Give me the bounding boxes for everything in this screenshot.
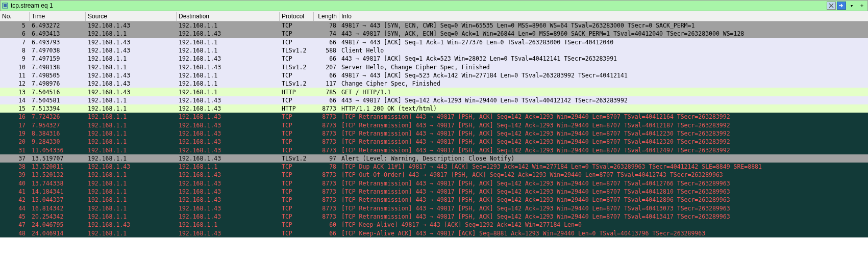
filter-apply-button[interactable] [837,2,846,10]
cell-protocol: TLSv1.2 [280,80,314,87]
cell-protocol: TCP [280,180,314,187]
packet-row[interactable]: 4824.046914192.168.1.1192.168.1.43TCP66[… [0,229,868,237]
packet-row[interactable]: 137.504516192.168.1.43192.168.1.1HTTP785… [0,88,868,96]
cell-length: 8773 [314,130,339,137]
cell-source: 192.168.1.1 [86,180,177,187]
packet-row[interactable]: 4724.046795192.168.1.43192.168.1.1TCP60[… [0,221,868,229]
cell-length: 117 [314,80,339,87]
cell-source: 192.168.1.1 [86,147,177,154]
cell-destination: 192.168.1.1 [177,89,280,96]
cell-destination: 192.168.1.43 [177,30,280,37]
cell-time: 20.254342 [30,213,86,220]
cell-destination: 192.168.1.43 [177,97,280,104]
cell-info: Server Hello, Change Cipher Spec, Finish… [339,64,868,71]
filter-bookmark-icon[interactable] [2,2,9,9]
cell-protocol: HTTP [280,105,314,112]
cell-length: 8773 [314,113,339,120]
header-source[interactable]: Source [86,12,177,21]
cell-time: 7.504516 [30,89,86,96]
packet-row[interactable]: 87.497038192.168.1.43192.168.1.1TLSv1.25… [0,46,868,55]
filter-dropdown-button[interactable]: ▾ [847,2,856,10]
packet-row[interactable]: 3813.520011192.168.1.43192.168.1.1TCP78[… [0,163,868,171]
header-time[interactable]: Time [30,12,86,21]
cell-protocol: TCP [280,205,314,212]
cell-no: 31 [0,147,30,154]
packet-row[interactable]: 167.724326192.168.1.1192.168.1.43TCP8773… [0,113,868,121]
cell-no: 6 [0,30,30,37]
cell-no: 44 [0,205,30,212]
cell-time: 7.513394 [30,105,86,112]
packet-row[interactable]: 56.493272192.168.1.43192.168.1.1TCP78498… [0,21,868,30]
cell-destination: 192.168.1.43 [177,205,280,212]
header-no[interactable]: No. [0,12,30,21]
packet-row[interactable]: 147.504581192.168.1.1192.168.1.43TCP6644… [0,96,868,104]
cell-time: 8.384316 [30,130,86,137]
cell-info: [TCP Retransmission] 443 → 49817 [PSH, A… [339,113,868,120]
cell-time: 24.046914 [30,230,86,237]
packet-row[interactable]: 97.497159192.168.1.1192.168.1.43TCP66443… [0,55,868,63]
cell-no: 8 [0,47,30,54]
cell-no: 42 [0,196,30,203]
cell-time: 7.504581 [30,97,86,104]
header-protocol[interactable]: Protocol [280,12,314,21]
packet-row[interactable]: 4114.184341192.168.1.1192.168.1.43TCP877… [0,188,868,196]
packet-row[interactable]: 4013.744338192.168.1.1192.168.1.43TCP877… [0,179,868,188]
packet-row[interactable]: 3713.519707192.168.1.1192.168.1.43TLSv1.… [0,154,868,163]
packet-row[interactable]: 4215.044337192.168.1.1192.168.1.43TCP877… [0,196,868,204]
cell-length: 8773 [314,105,339,112]
packet-row[interactable]: 198.384316192.168.1.1192.168.1.43TCP8773… [0,129,868,138]
packet-row[interactable]: 209.284330192.168.1.1192.168.1.43TCP8773… [0,138,868,146]
cell-protocol: HTTP [280,89,314,96]
cell-no: 19 [0,130,30,137]
cell-source: 192.168.1.1 [86,55,177,62]
header-length[interactable]: Length [314,12,339,21]
cell-destination: 192.168.1.43 [177,130,280,137]
cell-destination: 192.168.1.43 [177,105,280,112]
cell-time: 7.498138 [30,64,86,71]
filter-add-button[interactable]: + [857,2,866,10]
header-destination[interactable]: Destination [177,12,280,21]
cell-no: 9 [0,55,30,62]
cell-info: Client Hello [339,47,868,54]
packet-row[interactable]: 3913.520132192.168.1.1192.168.1.43TCP877… [0,171,868,179]
header-info[interactable]: Info [339,12,868,21]
packet-row[interactable]: 177.954327192.168.1.1192.168.1.43TCP8773… [0,121,868,129]
packet-row[interactable]: 107.498138192.168.1.1192.168.1.43TLSv1.2… [0,63,868,71]
packet-row[interactable]: 4520.254342192.168.1.1192.168.1.43TCP877… [0,212,868,221]
packet-row[interactable]: 76.493793192.168.1.43192.168.1.1TCP66498… [0,38,868,46]
cell-time: 14.184341 [30,188,86,195]
packet-row[interactable]: 127.498976192.168.1.43192.168.1.1TLSv1.2… [0,79,868,88]
filter-clear-button[interactable] [827,2,836,10]
packet-row[interactable]: 157.513394192.168.1.1192.168.1.43HTTP877… [0,104,868,113]
cell-length: 74 [314,30,339,37]
cell-source: 192.168.1.1 [86,105,177,112]
cell-destination: 192.168.1.43 [177,64,280,71]
display-filter-input[interactable] [11,2,827,9]
cell-length: 78 [314,163,339,170]
cell-source: 192.168.1.43 [86,22,177,29]
packet-row[interactable]: 117.498505192.168.1.43192.168.1.1TCP6649… [0,71,868,79]
cell-no: 37 [0,155,30,162]
cell-destination: 192.168.1.1 [177,22,280,29]
cell-info: GET / HTTP/1.1 [339,89,868,96]
cell-info: [TCP Retransmission] 443 → 49817 [PSH, A… [339,180,868,187]
cell-time: 7.497159 [30,55,86,62]
cell-protocol: TLSv1.2 [280,155,314,162]
packet-row[interactable]: 66.493413192.168.1.1192.168.1.43TCP74443… [0,30,868,38]
cell-length: 8773 [314,147,339,154]
cell-length: 8773 [314,196,339,203]
cell-destination: 192.168.1.43 [177,155,280,162]
cell-time: 13.519707 [30,155,86,162]
cell-time: 16.814342 [30,205,86,212]
cell-info: [TCP Retransmission] 443 → 49817 [PSH, A… [339,205,868,212]
cell-info: [TCP Dup ACK 11#1] 49817 → 443 [ACK] Seq… [339,163,868,170]
cell-destination: 192.168.1.1 [177,72,280,79]
cell-source: 192.168.1.43 [86,80,177,87]
packet-row[interactable]: 3111.054336192.168.1.1192.168.1.43TCP877… [0,146,868,154]
cell-source: 192.168.1.1 [86,230,177,237]
packet-row[interactable]: 4416.814342192.168.1.1192.168.1.43TCP877… [0,204,868,212]
cell-time: 24.046795 [30,221,86,228]
cell-source: 192.168.1.1 [86,155,177,162]
cell-info: [TCP Retransmission] 443 → 49817 [PSH, A… [339,130,868,137]
cell-protocol: TCP [280,122,314,129]
